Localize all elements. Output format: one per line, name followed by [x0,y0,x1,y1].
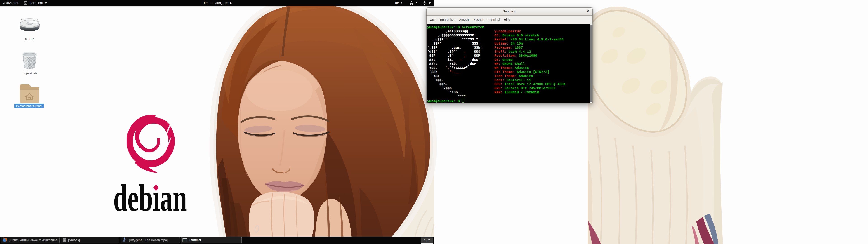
svg-text:debıan: debıan [113,177,187,219]
